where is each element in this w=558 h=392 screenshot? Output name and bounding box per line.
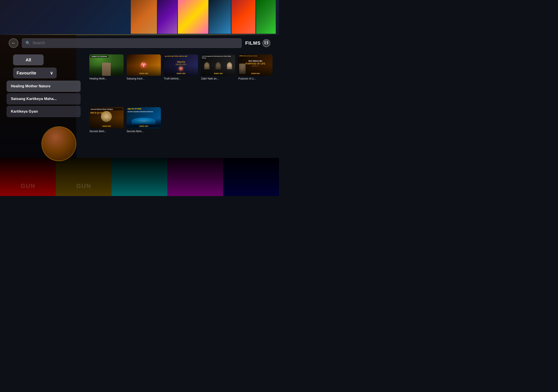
suggestion-item-satsang[interactable]: Satsang Kartikeya Maha... [7, 93, 81, 104]
thumb-logo-truth: सनातन सत्य [176, 73, 185, 75]
suggestion-text-healing: Healing Mother Nature [11, 84, 50, 88]
video-card-purpose[interactable]: कार्तिकेय ज्ञान KARTIKEYA GYAN विश्व में… [238, 54, 272, 104]
video-title-purpose: Purpose of Li... [238, 77, 272, 80]
video-card-secrets2[interactable]: समुद्र मंथन की सच्चाई SECRETS BEHIND SAM… [127, 107, 161, 157]
search-bar[interactable]: 🔍 [22, 38, 242, 48]
video-title-zakir: Zakir Naik an... [201, 77, 235, 80]
filter-favourite-label: Favourite [17, 71, 36, 76]
thumb-logo-secrets1: सनातन सत्य [102, 125, 111, 128]
video-badge-healing: AHMED ISA KRISHNA [90, 55, 108, 58]
video-card-healing[interactable]: AHMED ISA KRISHNA Healing Moth... [89, 54, 124, 104]
thumb-logo-purpose: सनातन सत्य [251, 73, 260, 75]
films-title: FILMS [245, 40, 261, 46]
video-card-secrets1[interactable]: Secrets Behind Hindu Temples मंदिरों के … [89, 107, 124, 157]
filter-all-button[interactable]: All [13, 54, 44, 65]
video-grid: AHMED ISA KRISHNA Healing Moth... ♈ सनात… [87, 54, 275, 157]
films-label: FILMS 🎞 [245, 39, 270, 47]
video-title-secrets1: Secrets Behi... [89, 130, 124, 133]
video-card-truth[interactable]: शुभ कार्य से पहले नारियल तोड़ने का रहस्य… [164, 54, 198, 104]
thumb-logo-satsang: सनातन सत्य [139, 73, 148, 75]
suggestions-list: Healing Mother Nature Satsang Kartikeya … [7, 81, 81, 117]
chevron-down-icon: ∨ [50, 70, 53, 76]
filter-all-label: All [26, 58, 31, 62]
suggestion-item-kartikeya[interactable]: Kartikeya Gyan [7, 106, 81, 117]
thumb-logo-secrets2: सनातन सत्य [139, 125, 148, 128]
video-title-healing: Healing Moth... [89, 77, 124, 80]
video-card-zakir[interactable]: Life Changing And Shocking Facts About M… [201, 54, 235, 104]
filter-area: All Favourite ∨ [13, 54, 81, 78]
search-icon: 🔍 [26, 41, 30, 45]
thumb-logo-zakir: सनातन सत्य [214, 73, 223, 75]
video-title-satsang: Satsang Karti... [127, 77, 161, 80]
suggestion-text-kartikeya: Kartikeya Gyan [11, 109, 38, 114]
search-input[interactable] [33, 41, 238, 45]
video-title-truth: Truth behind... [164, 77, 198, 80]
films-icon: 🎞 [262, 39, 270, 47]
header: ← 🔍 FILMS 🎞 [9, 37, 270, 49]
video-title-secrets2: Secrets Behi... [127, 130, 161, 133]
suggestion-item-healing[interactable]: Healing Mother Nature [7, 81, 81, 92]
back-arrow-icon: ← [11, 41, 16, 45]
video-card-satsang[interactable]: ♈ सनातन सत्य Satsang Karti... [127, 54, 161, 104]
suggestion-text-satsang: Satsang Kartikeya Maha... [11, 97, 57, 101]
back-button[interactable]: ← [9, 38, 18, 48]
filter-favourite-button[interactable]: Favourite ∨ [13, 68, 57, 78]
